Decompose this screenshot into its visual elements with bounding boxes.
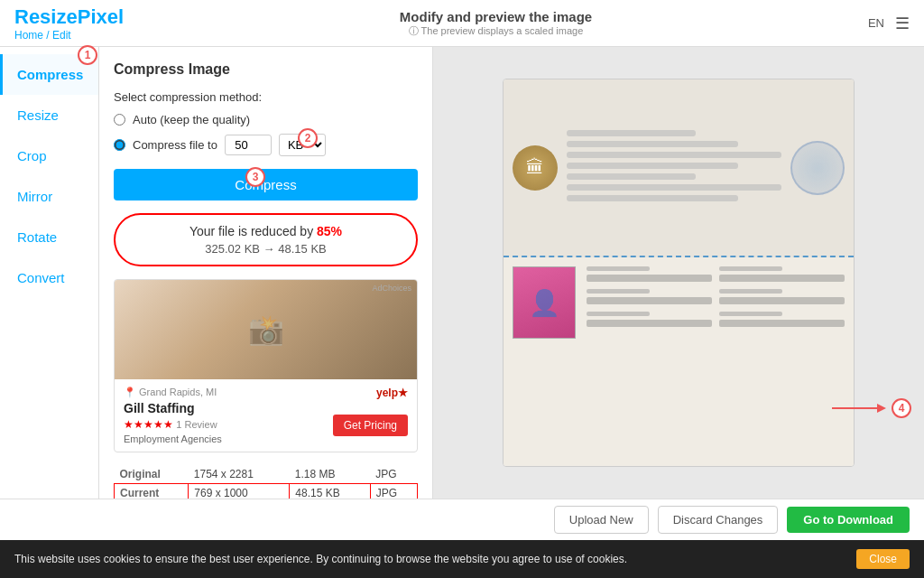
annotation-4-arrow [832,390,886,426]
menu-icon[interactable]: ☰ [895,14,910,33]
result-main-text: Your file is reduced by 85% [134,224,398,238]
annotation-3-circle: 3 [245,167,265,187]
label-line [587,289,650,294]
radio-auto-row: Auto (keep the quality) [114,113,418,126]
page-title: Modify and preview the image [400,9,592,24]
original-size: 325.02 KB [205,242,260,256]
compress-value-input[interactable] [225,135,272,155]
value-line [719,320,845,327]
cookie-close-button[interactable]: Close [856,549,910,569]
sidebar-item-resize[interactable]: Resize [0,95,98,135]
current-size: 48.15 KB [290,484,371,499]
value-line [587,297,712,304]
logo-resize: Resize [14,5,78,28]
bottom-toolbar: Upload New Discard Changes Go to Downloa… [0,499,924,540]
header-center: Modify and preview the image The preview… [400,9,592,38]
compression-label: Select compression method: [114,90,418,104]
main-layout: Compress Resize Crop Mirror Rotate Conve… [0,47,924,499]
arrow-icon: → [263,242,275,256]
passport-details [587,266,845,457]
radio-group: Auto (keep the quality) Compress file to… [114,113,418,156]
detail-block-3 [587,289,712,304]
detail-row-3 [587,312,845,327]
passport-bottom-half: 👤 [504,257,854,466]
detail-block-4 [719,289,845,304]
passport-photo: 👤 [513,266,576,339]
label-line [719,266,782,271]
svg-marker-1 [877,404,886,413]
original-dimensions: 1754 x 2281 [189,465,290,484]
sidebar-item-crop[interactable]: Crop [0,135,98,176]
upload-new-button[interactable]: Upload New [554,506,649,534]
file-info-table: Original 1754 x 2281 1.18 MB JPG Current… [114,465,418,499]
value-line [719,275,845,282]
sidebar-item-mirror[interactable]: Mirror [0,176,98,217]
text-line-4 [567,163,738,169]
value-line [719,297,845,304]
ad-location: 📍 Grand Rapids, MI yelp★ [124,387,408,398]
breadcrumb[interactable]: Home / Edit [14,29,124,42]
ad-choices-label: AdChoices [372,284,411,293]
label-line [587,312,650,316]
value-line [587,320,712,327]
annotation-4-area: 4 [832,390,911,426]
passport-emblem: 🏛 [513,145,558,191]
radio-compress-label[interactable]: Compress file to [133,138,217,152]
go-to-download-button[interactable]: Go to Download [787,507,910,533]
file-info-current-row: Current 769 x 1000 48.15 KB JPG [115,484,418,499]
ad-box: AdChoices 📸 📍 Grand Rapids, MI yelp★ Gil… [114,279,418,452]
value-line [587,275,712,282]
detail-row-1 [587,266,845,282]
preview-subtitle: The preview displays a scaled image [400,24,592,38]
ad-stars: ★★★★★ 1 Review Get Pricing [124,418,408,431]
label-line [719,312,782,316]
ad-company[interactable]: Gill Staffing [124,401,408,415]
sidebar-item-rotate[interactable]: Rotate [0,217,98,257]
detail-row-2 [587,289,845,304]
current-dimensions: 769 x 1000 [189,484,290,499]
review-count: 1 Review [176,419,217,430]
radio-compress-row: Compress file to KB MB [114,134,418,156]
logo[interactable]: ResizePixel [14,5,124,29]
detail-block-5 [587,312,712,327]
text-line-6 [567,184,781,191]
label-line [719,289,782,294]
detail-block-2 [719,266,845,282]
annotation-2-circle: 2 [298,128,318,148]
sidebar-item-convert[interactable]: Convert [0,257,98,298]
text-line-3 [567,152,781,158]
result-size-text: 325.02 KB → 48.15 KB [134,242,398,256]
language-selector[interactable]: EN [868,16,884,30]
passport-stamp [790,141,845,195]
original-label: Original [115,465,189,484]
compress-button[interactable]: Compress [114,169,418,200]
header: ResizePixel Home / Edit Modify and previ… [0,0,924,47]
cookie-message: This website uses cookies to ensure the … [14,553,627,565]
radio-auto[interactable] [114,114,125,126]
text-line-2 [567,141,738,147]
passport-top-half: 🏛 [504,79,854,257]
radio-compress[interactable] [114,139,125,151]
radio-auto-label[interactable]: Auto (keep the quality) [133,113,250,126]
discard-changes-button[interactable]: Discard Changes [658,506,779,534]
ad-cta-button[interactable]: Get Pricing [333,415,408,436]
original-format: JPG [370,465,417,484]
detail-block-6 [719,312,845,327]
compressed-size: 48.15 KB [278,242,327,256]
result-box: Your file is reduced by 85% 325.02 KB → … [114,213,418,266]
cookie-banner: This website uses cookies to ensure the … [0,540,924,578]
text-line-1 [567,130,696,136]
sidebar: Compress Resize Crop Mirror Rotate Conve… [0,47,99,499]
annotation-1-circle: 1 [78,45,97,65]
detail-block-1 [587,266,712,282]
text-line-7 [567,195,738,201]
text-line-5 [567,173,696,180]
logo-area: ResizePixel Home / Edit [14,5,124,42]
yelp-logo: yelp★ [376,387,408,399]
preview-area: 🏛 👤 [433,47,924,499]
original-size: 1.18 MB [290,465,371,484]
annotation-4-circle: 4 [892,398,911,418]
passport-text-area [567,130,781,206]
file-info-original-row: Original 1754 x 2281 1.18 MB JPG [115,465,418,484]
ad-content: 📍 Grand Rapids, MI yelp★ Gill Staffing ★… [115,379,417,452]
